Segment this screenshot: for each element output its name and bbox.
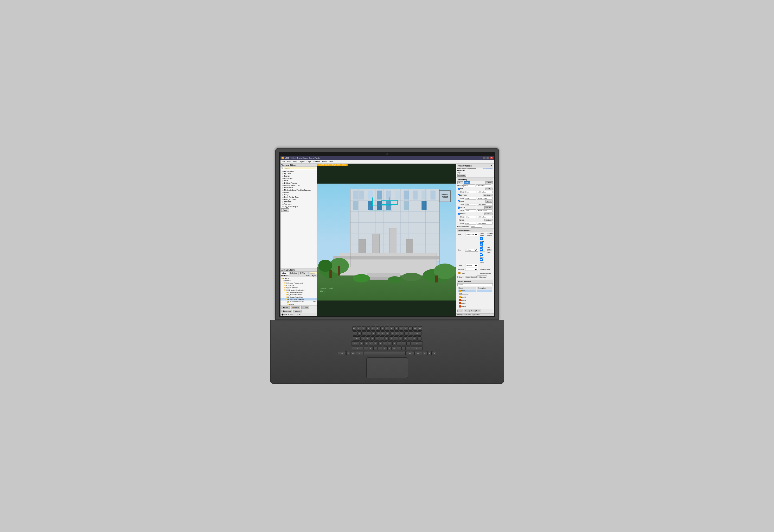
menu-archive[interactable]: Archive	[313, 161, 320, 163]
archive-tab-filter[interactable]: ⚙Filter	[299, 272, 307, 275]
left-offset-inches[interactable]	[477, 203, 492, 206]
key-f1[interactable]: f1	[357, 326, 361, 331]
viewport-tab[interactable]: 703146 Travis County Courts Facility	[317, 164, 348, 166]
tree-item-revitfamily[interactable]: ▶Revit_Family_Type	[280, 196, 317, 198]
preset-add-button[interactable]: + Add	[457, 310, 463, 312]
set-front-button[interactable]: Set Front	[484, 213, 492, 215]
key-y[interactable]: y	[385, 336, 389, 341]
key-f12[interactable]: f12	[408, 326, 413, 331]
preset-group-button[interactable]: Group	[464, 310, 470, 312]
set-box-button[interactable]: Set Box	[485, 181, 492, 184]
key-del[interactable]: del	[418, 326, 422, 331]
key-space[interactable]	[364, 351, 406, 355]
key-lshift[interactable]: ⇧	[352, 346, 363, 350]
tool-icon-6[interactable]: □	[291, 313, 292, 316]
key-t[interactable]: t	[380, 336, 384, 341]
file-row-rcs[interactable]: 03_RCS	[280, 277, 317, 279]
minimize-button[interactable]: ─	[483, 157, 485, 159]
key-slash[interactable]: /	[406, 346, 410, 350]
key-0[interactable]: 0	[400, 331, 404, 336]
update-all-button[interactable]: Update All	[457, 174, 466, 177]
top-offset-inches[interactable]	[477, 191, 492, 193]
tree-item-taglevel[interactable]: ▶Tag_Level	[280, 203, 317, 205]
key-g[interactable]: g	[378, 341, 382, 345]
key-comma[interactable]: ,	[397, 346, 401, 350]
key-period[interactable]: .	[401, 346, 406, 350]
key-f[interactable]: f	[374, 341, 378, 345]
tool-icon-8[interactable]: ⬡	[295, 313, 296, 316]
snap-midpoint-cb[interactable]	[480, 247, 483, 251]
key-win[interactable]: win	[351, 351, 355, 355]
bottom-offset-feet[interactable]	[465, 197, 476, 200]
set-bottom-button[interactable]: Set Bottom	[483, 194, 492, 196]
key-fn[interactable]: fn	[346, 351, 350, 355]
key-7[interactable]: 7	[386, 331, 390, 336]
key-d[interactable]: d	[369, 341, 373, 345]
tree-item-lighting[interactable]: ▶Lighting Fixtures	[280, 182, 317, 184]
key-left[interactable]: ◀	[423, 351, 427, 355]
preset-row-701814[interactable]: 701814...	[458, 290, 492, 292]
key-f6[interactable]: f6	[380, 326, 385, 331]
bottom-checkbox[interactable]	[458, 194, 460, 196]
back-offset-feet[interactable]	[465, 222, 476, 225]
snap-object-cb[interactable]	[480, 253, 483, 256]
file-row-floorplan[interactable]: 04_Floor Plan Backgrou...	[280, 298, 317, 300]
file-row-siteutil[interactable]: 02_Site Utilization	[280, 286, 317, 289]
key-2[interactable]: 2	[362, 331, 366, 336]
key-4[interactable]: 4	[372, 331, 376, 336]
bottom-offset-inches[interactable]	[477, 197, 492, 200]
menu-object[interactable]: Object	[299, 161, 305, 163]
tree-item-qaqc[interactable]: ▶QAQC	[280, 194, 317, 196]
key-backslash[interactable]: \	[417, 336, 421, 341]
snap-face-cb[interactable]	[480, 242, 483, 246]
menu-logic[interactable]: Logic	[306, 161, 311, 163]
download-button[interactable]: ⬇ Download	[282, 310, 292, 312]
key-f2[interactable]: f2	[362, 326, 366, 331]
key-f5[interactable]: f5	[376, 326, 380, 331]
left-checkbox[interactable]	[458, 200, 460, 202]
add-tag-button[interactable]: + Add	[281, 208, 289, 212]
snap-vertex-cb[interactable]	[480, 237, 483, 240]
tree-item-model[interactable]: ▶Model	[280, 191, 317, 194]
file-row-archive[interactable]: Archive	[280, 303, 317, 305]
file-row-vdco[interactable]: 35 VDCO	[280, 279, 317, 282]
key-tab[interactable]: tab	[353, 336, 361, 341]
key-f9[interactable]: f9	[394, 326, 399, 331]
key-h[interactable]: h	[383, 341, 387, 345]
key-v[interactable]: v	[378, 346, 382, 350]
preset-row-basic[interactable]: Basic_Ma...	[458, 293, 492, 295]
right-offset-feet[interactable]	[465, 209, 476, 212]
file-row-design[interactable]: 03_Design Team Files	[280, 296, 317, 298]
import-button[interactable]: ⬇ Import	[282, 306, 290, 309]
right-offset-inches[interactable]	[477, 209, 492, 212]
key-f8[interactable]: f8	[390, 326, 394, 331]
preset-row-level1[interactable]: Level 1	[458, 296, 492, 298]
key-lalt[interactable]: alt	[356, 351, 363, 355]
key-q[interactable]: q	[361, 336, 365, 341]
key-lbracket[interactable]: [	[408, 336, 412, 341]
file-row-procurement[interactable]: 00_Project Procurement	[280, 282, 317, 284]
close-button[interactable]: ✕	[490, 157, 493, 159]
key-prt[interactable]: prt	[413, 326, 417, 331]
key-n[interactable]: n	[387, 346, 392, 350]
set-right-button[interactable]: Set Right	[484, 206, 492, 209]
tree-item-mechplumb[interactable]: ▶Mechanical and Plumbing Systems	[280, 189, 317, 191]
archive-tab-library[interactable]: Library	[280, 272, 289, 275]
project-updates-close[interactable]: ✕	[490, 165, 492, 167]
update-details-btn[interactable]: Update details	[483, 168, 492, 169]
front-offset-feet[interactable]	[465, 216, 476, 218]
units-select[interactable]: Inches	[465, 249, 478, 252]
delete-button[interactable]: 🗑 Delete	[293, 310, 302, 312]
set-top-button[interactable]: Set Top	[485, 188, 492, 190]
key-w[interactable]: w	[366, 336, 370, 341]
key-ralt[interactable]: alt	[406, 351, 414, 355]
key-1[interactable]: 1	[357, 331, 362, 336]
key-rshift[interactable]: ⇧	[411, 346, 423, 350]
key-s[interactable]: s	[364, 341, 368, 345]
tool-icon-3[interactable]: ⊕	[285, 313, 287, 316]
file-row-3dmodel[interactable]: 03_3D Model Coordination	[280, 289, 317, 291]
key-z[interactable]: z	[364, 346, 368, 350]
key-c[interactable]: c	[373, 346, 378, 350]
preset-row-level2[interactable]: Level 2	[458, 299, 492, 302]
key-backtick[interactable]: `	[353, 331, 357, 336]
